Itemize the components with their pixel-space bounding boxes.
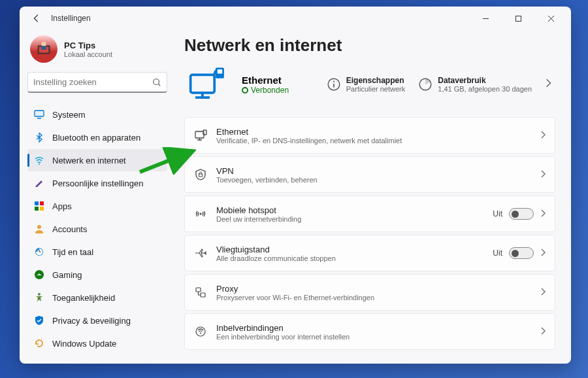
props-label: Eigenschappen bbox=[346, 76, 405, 85]
card-sub: Proxyserver voor Wi-Fi- en Ethernet-verb… bbox=[216, 294, 531, 301]
settings-window: Instellingen PC Tips Lokaal account bbox=[20, 7, 571, 364]
svg-rect-37 bbox=[196, 288, 201, 292]
hero-datausage[interactable]: Dataverbruik1,41 GB, afgelopen 30 dagen bbox=[418, 76, 532, 93]
profile[interactable]: PC Tips Lokaal account bbox=[27, 30, 167, 72]
avatar bbox=[30, 35, 57, 63]
svg-rect-11 bbox=[35, 201, 39, 205]
search-input[interactable] bbox=[33, 77, 152, 87]
card-title: Mobiele hotspot bbox=[216, 205, 483, 215]
card-sub: Alle draadloze communicatie stoppen bbox=[216, 254, 483, 262]
personalization-icon bbox=[34, 178, 44, 188]
hero-name: Ethernet bbox=[242, 75, 289, 86]
sidebar-item-bluetooth[interactable]: Bluetooth en apparaten bbox=[27, 126, 167, 148]
sidebar-item-label: Apps bbox=[52, 201, 72, 211]
back-button[interactable] bbox=[26, 8, 47, 29]
search-box[interactable] bbox=[27, 72, 167, 93]
hero-properties[interactable]: EigenschappenParticulier netwerk bbox=[327, 76, 405, 93]
card-airplane[interactable]: VliegtuigstandAlle draadloze communicati… bbox=[184, 235, 555, 271]
ethernet-hero-icon bbox=[188, 66, 230, 103]
svg-point-39 bbox=[196, 327, 205, 336]
sidebar-item-label: Netwerk en internet bbox=[52, 156, 126, 165]
nav: Systeem Bluetooth en apparaten Netwerk e… bbox=[27, 103, 167, 354]
ethernet-icon bbox=[194, 129, 207, 142]
card-title: Inbelverbindingen bbox=[216, 323, 531, 333]
titlebar: Instellingen bbox=[20, 7, 571, 30]
svg-point-10 bbox=[39, 163, 40, 165]
sidebar-item-gaming[interactable]: Gaming bbox=[27, 264, 167, 286]
svg-rect-8 bbox=[35, 111, 44, 116]
sidebar-item-label: Privacy & beveiliging bbox=[52, 316, 131, 326]
sidebar-item-label: Systeem bbox=[52, 110, 86, 120]
card-sub: Deel uw internetverbinding bbox=[216, 215, 483, 223]
svg-rect-5 bbox=[41, 46, 46, 50]
sidebar-item-accessibility[interactable]: Toegankelijkheid bbox=[27, 286, 167, 309]
card-title: Ethernet bbox=[216, 127, 531, 137]
chevron-right-icon bbox=[540, 209, 546, 219]
card-proxy[interactable]: ProxyProxyserver voor Wi-Fi- en Ethernet… bbox=[184, 274, 555, 311]
svg-rect-1 bbox=[515, 16, 521, 21]
data-icon bbox=[418, 77, 433, 92]
card-hotspot[interactable]: Mobiele hotspotDeel uw internetverbindin… bbox=[184, 196, 555, 232]
main: Netwerk en internet Ethernet Verbonden E… bbox=[175, 30, 571, 364]
sidebar-item-update[interactable]: Windows Update bbox=[27, 332, 167, 354]
page-title: Netwerk en internet bbox=[184, 35, 555, 56]
props-sub: Particulier netwerk bbox=[346, 85, 405, 93]
svg-rect-14 bbox=[40, 207, 44, 211]
svg-point-28 bbox=[333, 81, 335, 82]
sidebar-item-label: Toegankelijkheid bbox=[52, 293, 115, 303]
sidebar-item-network[interactable]: Netwerk en internet bbox=[27, 149, 167, 171]
svg-point-21 bbox=[38, 293, 41, 296]
accounts-icon bbox=[34, 224, 44, 234]
sidebar-item-label: Accounts bbox=[52, 224, 87, 234]
card-title: VPN bbox=[216, 166, 531, 176]
maximize-button[interactable] bbox=[504, 9, 532, 27]
chevron-right-icon bbox=[540, 249, 546, 258]
chevron-right-icon bbox=[540, 288, 546, 298]
svg-rect-22 bbox=[191, 75, 215, 92]
card-dialup[interactable]: InbelverbindingenEen inbelverbinding voo… bbox=[184, 313, 555, 350]
apps-icon bbox=[34, 201, 44, 211]
toggle-switch[interactable] bbox=[509, 208, 534, 220]
chevron-right-icon[interactable] bbox=[545, 78, 551, 90]
profile-sub: Lokaal account bbox=[64, 50, 112, 58]
vpn-icon bbox=[194, 168, 207, 181]
settings-cards: EthernetVerificatie, IP- en DNS-instelli… bbox=[184, 117, 555, 350]
svg-point-6 bbox=[154, 78, 159, 84]
svg-point-15 bbox=[37, 225, 41, 229]
sidebar-item-personalization[interactable]: Persoonlijke instellingen bbox=[27, 172, 167, 194]
proxy-icon bbox=[194, 286, 207, 299]
svg-rect-26 bbox=[218, 69, 222, 73]
update-icon bbox=[34, 338, 44, 349]
card-vpn[interactable]: VPNToevoegen, verbinden, beheren bbox=[184, 156, 555, 193]
card-ethernet[interactable]: EthernetVerificatie, IP- en DNS-instelli… bbox=[184, 117, 555, 154]
search-icon bbox=[152, 78, 161, 87]
sidebar-item-accounts[interactable]: Accounts bbox=[27, 218, 167, 240]
minimize-button[interactable] bbox=[472, 9, 499, 27]
svg-rect-35 bbox=[199, 174, 203, 177]
svg-point-40 bbox=[200, 333, 201, 334]
sidebar-item-label: Gaming bbox=[52, 270, 82, 280]
toggle-switch[interactable] bbox=[509, 247, 534, 259]
toggle-label: Uit bbox=[493, 249, 502, 258]
window-title: Instellingen bbox=[51, 14, 91, 23]
svg-rect-38 bbox=[201, 293, 205, 297]
system-icon bbox=[34, 109, 44, 120]
card-title: Proxy bbox=[216, 284, 531, 294]
data-sub: 1,41 GB, afgelopen 30 dagen bbox=[438, 85, 532, 93]
card-sub: Een inbelverbinding voor internet instel… bbox=[216, 333, 531, 341]
svg-rect-13 bbox=[35, 207, 39, 211]
sidebar-item-label: Bluetooth en apparaten bbox=[52, 133, 140, 143]
card-sub: Verificatie, IP- en DNS-instellingen, ne… bbox=[216, 137, 531, 145]
chevron-right-icon bbox=[540, 327, 546, 337]
sidebar-item-apps[interactable]: Apps bbox=[27, 195, 167, 217]
sidebar-item-system[interactable]: Systeem bbox=[27, 103, 167, 126]
svg-point-36 bbox=[200, 213, 202, 215]
sidebar-item-time[interactable]: Tijd en taal bbox=[27, 241, 167, 263]
sidebar-item-privacy[interactable]: Privacy & beveiliging bbox=[27, 309, 167, 332]
airplane-icon bbox=[194, 247, 207, 260]
sidebar-item-label: Tijd en taal bbox=[52, 247, 93, 257]
svg-rect-12 bbox=[40, 201, 44, 205]
sidebar-item-label: Windows Update bbox=[52, 339, 116, 349]
card-sub: Toevoegen, verbinden, beheren bbox=[216, 176, 531, 184]
close-button[interactable] bbox=[537, 9, 564, 27]
